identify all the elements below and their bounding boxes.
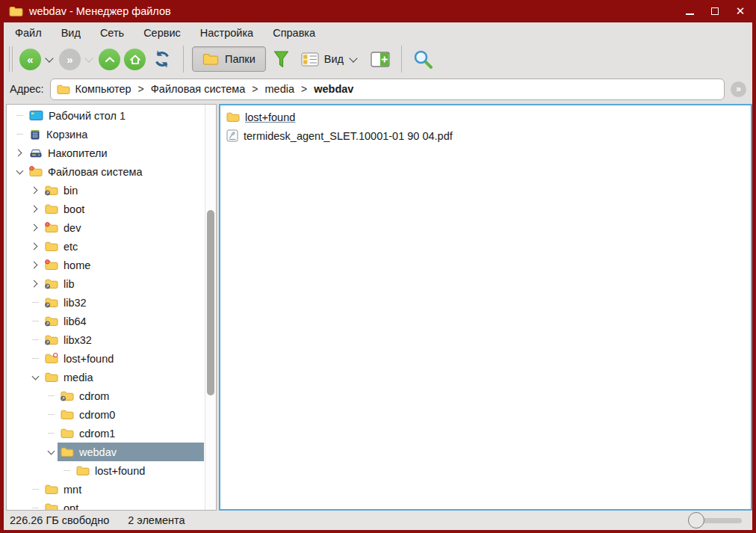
folder-link-icon: [45, 315, 58, 327]
maximize-button[interactable]: [708, 4, 722, 18]
file-item-label: termidesk_agent_SLET.10001-01 90 04.pdf: [244, 130, 453, 142]
file-item[interactable]: lost+found: [223, 108, 748, 126]
tree-item-label: cdrom: [79, 390, 109, 402]
tree-guide-line: [13, 125, 26, 144]
tree-item-mnt[interactable]: mnt: [7, 480, 204, 499]
tree-item-etc[interactable]: etc: [7, 237, 204, 256]
close-button[interactable]: ✕: [734, 4, 747, 18]
tree-item-label: mnt: [63, 484, 81, 496]
address-entry[interactable]: Компьютер > Файловая система > media > w…: [50, 78, 725, 100]
folder-icon: [45, 203, 58, 215]
tree-item-lib[interactable]: lib: [7, 274, 204, 293]
tree-item-label: Рабочий стол 1: [49, 110, 126, 122]
menu-view[interactable]: Вид: [52, 24, 90, 42]
split-view-button[interactable]: [368, 46, 393, 72]
tree-item-home[interactable]: home: [7, 256, 204, 274]
minimize-button[interactable]: [683, 4, 696, 18]
view-dropdown-icon[interactable]: [349, 54, 357, 62]
back-button[interactable]: «: [19, 49, 41, 70]
view-mode-icon: [301, 52, 319, 67]
breadcrumb-separator: >: [138, 83, 144, 95]
go-button[interactable]: »: [731, 81, 746, 97]
pdf-icon: [226, 129, 238, 142]
folder-link-icon: [61, 390, 74, 401]
expander-icon[interactable]: [13, 144, 26, 162]
up-button[interactable]: [99, 49, 120, 70]
zoom-slider-knob[interactable]: [688, 512, 704, 529]
address-bar: Адрес: Компьютер > Файловая система > me…: [4, 75, 752, 103]
menu-file[interactable]: Файл: [5, 24, 52, 42]
breadcrumb-separator: >: [301, 83, 307, 95]
search-button[interactable]: [410, 46, 436, 72]
folder-link-icon: [45, 278, 58, 289]
tree-item--[interactable]: Накопители: [7, 144, 204, 162]
folder-red-icon: [45, 222, 58, 233]
expander-icon[interactable]: [28, 237, 42, 256]
tree-item-cdrom[interactable]: cdrom: [7, 386, 204, 405]
tree-item--[interactable]: Файловая система: [7, 162, 204, 181]
tree-item-webdav[interactable]: webdav: [7, 443, 204, 461]
menu-tools[interactable]: Сервис: [134, 24, 190, 42]
back-history-dropdown-icon[interactable]: [45, 54, 53, 62]
tree-item-label: bin: [63, 185, 78, 197]
folder-icon: [45, 241, 58, 252]
tree-item--[interactable]: Корзина: [7, 125, 204, 144]
tree-item-lib64[interactable]: lib64: [7, 312, 204, 330]
tree-item--1[interactable]: Рабочий стол 1: [7, 106, 204, 125]
expander-icon[interactable]: [28, 200, 42, 218]
expander-icon[interactable]: [13, 162, 26, 181]
folder-link-icon: [45, 334, 58, 345]
folder-icon: [226, 111, 240, 123]
home-button[interactable]: [124, 49, 146, 70]
view-button-label: Вид: [324, 53, 344, 65]
tree-item-media[interactable]: media: [7, 368, 204, 386]
tree-item-lost-found[interactable]: lost+found: [7, 349, 204, 368]
breadcrumb-media[interactable]: media: [265, 83, 295, 95]
zoom-slider[interactable]: [697, 518, 742, 523]
tree-guide-line: [28, 312, 42, 330]
free-space-text: 226.26 ГБ свободно: [10, 514, 109, 526]
expander-icon[interactable]: [28, 256, 42, 274]
file-item[interactable]: termidesk_agent_SLET.10001-01 90 04.pdf: [223, 126, 748, 145]
folder-icon: [61, 446, 74, 457]
folder-icon: [76, 465, 90, 476]
folders-toggle-button[interactable]: Папки: [192, 46, 266, 72]
filter-button[interactable]: [270, 46, 293, 72]
tree-item-cdrom1[interactable]: cdrom1: [7, 424, 204, 443]
menu-help[interactable]: Справка: [263, 24, 325, 42]
tree-item-libx32[interactable]: libx32: [7, 330, 204, 349]
trash-icon: [29, 129, 41, 141]
expander-icon[interactable]: [28, 181, 42, 200]
tree-item-cdrom0[interactable]: cdrom0: [7, 405, 204, 424]
window-folder-icon: [9, 5, 23, 17]
breadcrumb-current: webdav: [314, 83, 353, 95]
menu-network[interactable]: Сеть: [90, 24, 134, 42]
refresh-button[interactable]: [149, 46, 175, 72]
tree-item-label: libx32: [63, 334, 92, 346]
toolbar: « »: [4, 43, 752, 75]
tree-item-lost-found[interactable]: lost+found: [7, 461, 204, 480]
expander-icon[interactable]: [28, 368, 42, 386]
breadcrumb-computer[interactable]: Компьютер: [75, 83, 131, 95]
tree-item-bin[interactable]: bin: [7, 181, 204, 200]
view-mode-button[interactable]: Вид: [297, 46, 364, 72]
tree-item-lib32[interactable]: lib32: [7, 293, 204, 312]
tree-item-boot[interactable]: boot: [7, 200, 204, 218]
expander-icon[interactable]: [44, 443, 58, 461]
tree-item-label: lost+found: [95, 465, 145, 477]
forward-history-dropdown-icon[interactable]: [84, 54, 93, 62]
forward-button[interactable]: »: [59, 49, 81, 70]
sidebar-scrollbar-thumb[interactable]: [207, 210, 214, 395]
toolbar-grip[interactable]: [9, 46, 13, 72]
sidebar-scrollbar-track[interactable]: [205, 105, 216, 510]
tree-guide-line: [28, 349, 42, 368]
expander-icon[interactable]: [28, 218, 42, 237]
tree-item-dev[interactable]: dev: [7, 218, 204, 237]
breadcrumb-filesystem[interactable]: Файловая система: [151, 83, 246, 95]
tree-item-label: lib32: [63, 297, 87, 309]
breadcrumb-separator: >: [252, 83, 258, 95]
expander-icon[interactable]: [28, 274, 42, 293]
menu-settings[interactable]: Настройка: [190, 24, 263, 42]
tree-item-opt[interactable]: opt: [7, 499, 204, 510]
tree-item-label: cdrom0: [79, 409, 115, 421]
